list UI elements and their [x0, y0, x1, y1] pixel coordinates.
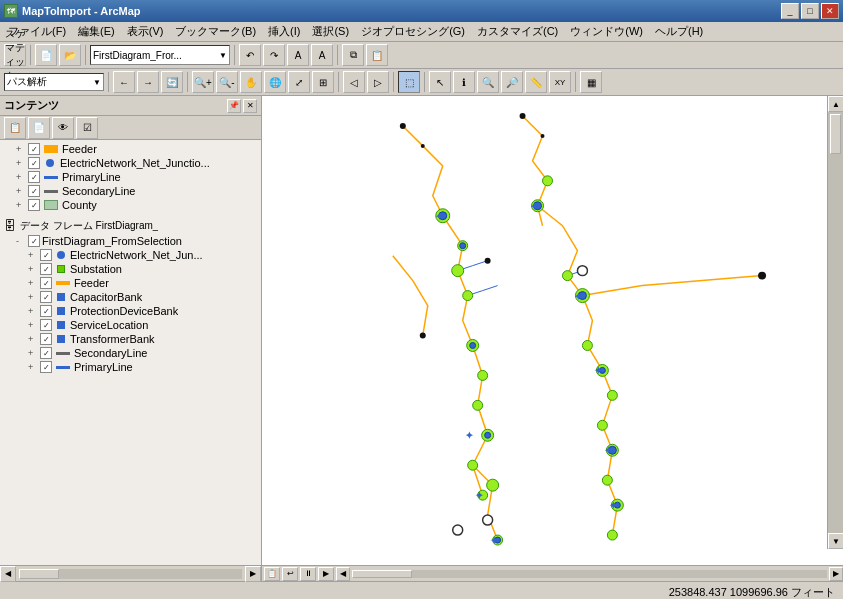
layer-sub-junction[interactable]: + ElectricNetwork_Net_Jun...: [2, 248, 259, 262]
refresh-btn[interactable]: 🔄: [161, 71, 183, 93]
checkbox-county[interactable]: [28, 199, 40, 211]
scroll-right-btn[interactable]: ▶: [245, 566, 261, 582]
pan-btn[interactable]: ✋: [240, 71, 262, 93]
xy-btn[interactable]: XY: [549, 71, 571, 93]
list-by-drawing-btn[interactable]: 📋: [4, 117, 26, 139]
measure-btn[interactable]: 📏: [525, 71, 547, 93]
expand-sub-junction-icon[interactable]: +: [28, 250, 38, 260]
back-btn[interactable]: ←: [113, 71, 135, 93]
panel-controls[interactable]: 📌 ✕: [227, 99, 257, 113]
contents-hscroll[interactable]: ◀ ▶: [0, 565, 261, 581]
checkbox-service[interactable]: [40, 319, 52, 331]
table-btn[interactable]: ▦: [580, 71, 602, 93]
checkbox-capacitor[interactable]: [40, 291, 52, 303]
list-by-source-btn[interactable]: 📄: [28, 117, 50, 139]
checkbox-primaryline[interactable]: [28, 171, 40, 183]
layer-capacitor[interactable]: + CapacitorBank: [2, 290, 259, 304]
scroll-left-btn[interactable]: ◀: [0, 566, 16, 582]
layer-secondaryline[interactable]: + SecondaryLine: [2, 184, 259, 198]
checkbox-sub-secondary[interactable]: [40, 347, 52, 359]
forward-btn[interactable]: →: [137, 71, 159, 93]
globe-btn[interactable]: 🌐: [264, 71, 286, 93]
expand-secondaryline-icon[interactable]: +: [16, 186, 26, 196]
next-extent-btn[interactable]: ▷: [367, 71, 389, 93]
layer-transformer[interactable]: + TransformerBank: [2, 332, 259, 346]
map-hscroll-thumb[interactable]: [352, 570, 412, 578]
hscroll-right-btn[interactable]: ▶: [829, 567, 843, 581]
font-btn[interactable]: A: [287, 44, 309, 66]
checkbox-sub-junction[interactable]: [40, 249, 52, 261]
menu-insert[interactable]: 挿入(I): [262, 23, 306, 40]
full-extent-btn[interactable]: ⤢: [288, 71, 310, 93]
menu-customize[interactable]: カスタマイズ(C): [471, 23, 564, 40]
layer-county[interactable]: + County: [2, 198, 259, 212]
map-nav-btn4[interactable]: ▶: [318, 567, 334, 581]
dataframe-item[interactable]: 🗄 データ フレーム FirstDiagram_: [2, 218, 259, 234]
expand-substation-icon[interactable]: +: [28, 264, 38, 274]
checkbox-feeder[interactable]: [28, 143, 40, 155]
close-button[interactable]: ✕: [821, 3, 839, 19]
checkbox-protection[interactable]: [40, 305, 52, 317]
diagram-dropdown[interactable]: FirstDiagram_Fror... ▼: [90, 45, 230, 65]
map-hscroll[interactable]: 📋 ↩ ⏸ ▶ ◀ ▶: [262, 565, 843, 581]
checkbox-sub-primary[interactable]: [40, 361, 52, 373]
map-nav-btn3[interactable]: ⏸: [300, 567, 316, 581]
window-controls[interactable]: _ □ ✕: [781, 3, 839, 19]
menu-window[interactable]: ウィンドウ(W): [564, 23, 649, 40]
analysis-dropdown[interactable]: パス解析 ▼: [4, 73, 104, 91]
zoom-out-btn[interactable]: 🔍-: [216, 71, 238, 93]
list-by-selection-btn[interactable]: ☑: [76, 117, 98, 139]
menu-bookmark[interactable]: ブックマーク(B): [169, 23, 262, 40]
expand-sub-feeder-icon[interactable]: +: [28, 278, 38, 288]
checkbox-secondaryline[interactable]: [28, 185, 40, 197]
map-canvas[interactable]: ▲ ▼: [262, 96, 843, 565]
expand-capacitor-icon[interactable]: +: [28, 292, 38, 302]
layer-sub-feeder[interactable]: + Feeder: [2, 276, 259, 290]
expand-fromselection-icon[interactable]: -: [16, 236, 26, 246]
menu-view[interactable]: 表示(V): [121, 23, 170, 40]
expand-primaryline-icon[interactable]: +: [16, 172, 26, 182]
layer-fromselection[interactable]: - FirstDiagram_FromSelection: [2, 234, 259, 248]
map-nav-btn2[interactable]: ↩: [282, 567, 298, 581]
copy-btn[interactable]: ⧉: [342, 44, 364, 66]
open-btn[interactable]: 📂: [59, 44, 81, 66]
menu-edit[interactable]: 編集(E): [72, 23, 121, 40]
menu-geoprocessing[interactable]: ジオプロセシング(G): [355, 23, 471, 40]
font2-btn[interactable]: A: [311, 44, 333, 66]
checkbox-sub-feeder[interactable]: [40, 277, 52, 289]
hscroll-left-btn[interactable]: ◀: [336, 567, 350, 581]
schematic-dropdown-btn[interactable]: スケマティック▼: [4, 44, 26, 66]
find-btn[interactable]: 🔎: [501, 71, 523, 93]
expand-junction-icon[interactable]: +: [16, 158, 26, 168]
layer-feeder[interactable]: + Feeder: [2, 142, 259, 156]
select-btn[interactable]: ⬚: [398, 71, 420, 93]
zoom-in-btn[interactable]: 🔍+: [192, 71, 214, 93]
expand-county-icon[interactable]: +: [16, 200, 26, 210]
info-btn[interactable]: ℹ: [453, 71, 475, 93]
list-by-visibility-btn[interactable]: 👁: [52, 117, 74, 139]
map-nav-btn1[interactable]: 📋: [264, 567, 280, 581]
maximize-button[interactable]: □: [801, 3, 819, 19]
pin-button[interactable]: 📌: [227, 99, 241, 113]
paste-btn[interactable]: 📋: [366, 44, 388, 66]
layer-primaryline[interactable]: + PrimaryLine: [2, 170, 259, 184]
new-btn[interactable]: 📄: [35, 44, 57, 66]
fixed-zoom-btn[interactable]: ⊞: [312, 71, 334, 93]
checkbox-fromselection[interactable]: [28, 235, 40, 247]
layer-sub-secondary[interactable]: + SecondaryLine: [2, 346, 259, 360]
hscroll-thumb[interactable]: [19, 569, 59, 579]
rotate-right-btn[interactable]: ↷: [263, 44, 285, 66]
layer-protection[interactable]: + ProtectionDeviceBank: [2, 304, 259, 318]
panel-close-button[interactable]: ✕: [243, 99, 257, 113]
layer-substation[interactable]: + Substation: [2, 262, 259, 276]
layer-service[interactable]: + ServiceLocation: [2, 318, 259, 332]
rotate-left-btn[interactable]: ↶: [239, 44, 261, 66]
expand-transformer-icon[interactable]: +: [28, 334, 38, 344]
expand-service-icon[interactable]: +: [28, 320, 38, 330]
pointer-btn[interactable]: ↖: [429, 71, 451, 93]
menu-select[interactable]: 選択(S): [306, 23, 355, 40]
expand-feeder-icon[interactable]: +: [16, 144, 26, 154]
minimize-button[interactable]: _: [781, 3, 799, 19]
menu-help[interactable]: ヘルプ(H): [649, 23, 709, 40]
prev-extent-btn[interactable]: ◁: [343, 71, 365, 93]
